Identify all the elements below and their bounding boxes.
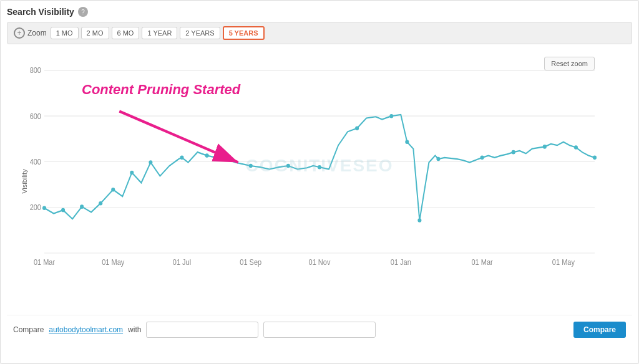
btn-2mo[interactable]: 2 MO xyxy=(81,27,109,39)
svg-point-36 xyxy=(480,156,484,160)
search-visibility-widget: Search Visibility ? + Zoom 1 MO 2 MO 6 M… xyxy=(0,0,639,364)
compare-input-1[interactable] xyxy=(146,322,258,338)
reset-zoom-button[interactable]: Reset zoom xyxy=(544,57,595,70)
svg-text:01 Nov: 01 Nov xyxy=(309,258,331,266)
svg-point-34 xyxy=(417,218,421,223)
svg-point-30 xyxy=(318,165,321,170)
annotation: Content Pruning Started xyxy=(82,82,240,98)
svg-point-19 xyxy=(42,206,46,211)
svg-text:01 May: 01 May xyxy=(102,258,124,266)
toolbar: + Zoom 1 MO 2 MO 6 MO 1 YEAR 2 YEARS 5 Y… xyxy=(7,22,632,44)
compare-prefix: Compare xyxy=(13,325,44,334)
svg-text:01 Jul: 01 Jul xyxy=(173,258,191,266)
svg-point-39 xyxy=(574,145,578,150)
svg-text:01 Mar: 01 Mar xyxy=(34,258,55,266)
compare-with: with xyxy=(128,325,141,334)
svg-text:400: 400 xyxy=(30,158,41,166)
help-icon[interactable]: ? xyxy=(78,7,88,17)
widget-header: Search Visibility ? xyxy=(7,7,632,17)
svg-text:01 Jan: 01 Jan xyxy=(391,258,411,266)
svg-point-40 xyxy=(593,156,597,160)
btn-5years[interactable]: 5 YEARS xyxy=(223,26,265,40)
svg-line-18 xyxy=(119,112,238,163)
svg-point-38 xyxy=(543,145,547,149)
svg-point-27 xyxy=(205,153,209,158)
time-range-buttons: 1 MO 2 MO 6 MO 1 YEAR 2 YEARS 5 YEARS xyxy=(51,26,265,40)
widget-title: Search Visibility xyxy=(7,7,74,17)
btn-1year[interactable]: 1 YEAR xyxy=(142,27,177,39)
zoom-circle-icon[interactable]: + xyxy=(14,27,25,39)
svg-text:01 Sep: 01 Sep xyxy=(240,258,261,266)
zoom-label-group: + Zoom xyxy=(14,27,47,39)
svg-text:01 May: 01 May xyxy=(552,258,575,266)
btn-2years[interactable]: 2 YEARS xyxy=(180,27,220,39)
svg-point-29 xyxy=(286,164,290,168)
svg-point-37 xyxy=(512,150,515,155)
svg-text:600: 600 xyxy=(30,112,41,120)
svg-point-28 xyxy=(249,164,253,168)
svg-point-32 xyxy=(389,114,393,118)
btn-6mo[interactable]: 6 MO xyxy=(112,27,140,39)
footer: Compare autobodytoolmart.com with Compar… xyxy=(7,315,632,344)
annotation-text: Content Pruning Started xyxy=(82,82,240,98)
compare-button[interactable]: Compare xyxy=(573,322,626,338)
y-axis-label: Visibility xyxy=(21,169,28,194)
svg-point-21 xyxy=(80,204,84,209)
svg-point-20 xyxy=(61,208,65,213)
svg-point-24 xyxy=(130,171,134,175)
compare-site-link[interactable]: autobodytoolmart.com xyxy=(49,325,123,334)
svg-text:200: 200 xyxy=(30,204,41,212)
svg-point-33 xyxy=(405,140,409,144)
svg-point-25 xyxy=(149,160,152,165)
svg-point-22 xyxy=(99,201,102,206)
chart-container: Reset zoom Content Pruning Started COGNI… xyxy=(44,57,595,275)
svg-text:800: 800 xyxy=(30,67,41,75)
svg-text:01 Mar: 01 Mar xyxy=(471,258,492,266)
svg-point-26 xyxy=(180,156,183,160)
btn-1mo[interactable]: 1 MO xyxy=(51,27,79,39)
compare-input-2[interactable] xyxy=(263,322,376,338)
zoom-label: Zoom xyxy=(27,29,47,37)
svg-point-23 xyxy=(111,188,115,192)
chart-area: Visibility Reset zoom Content Pruning St… xyxy=(7,50,632,312)
svg-point-31 xyxy=(355,127,359,131)
svg-point-35 xyxy=(436,157,440,161)
